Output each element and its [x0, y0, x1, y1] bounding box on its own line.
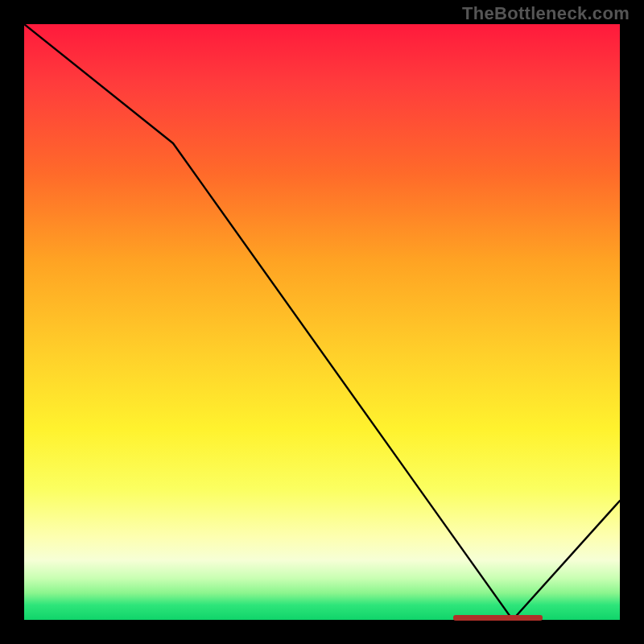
- bottleneck-curve: [24, 24, 620, 620]
- chart-frame: TheBottleneck.com: [0, 0, 644, 644]
- optimum-range-marker: [453, 615, 543, 621]
- watermark-text: TheBottleneck.com: [462, 3, 630, 24]
- plot-area: [24, 24, 620, 620]
